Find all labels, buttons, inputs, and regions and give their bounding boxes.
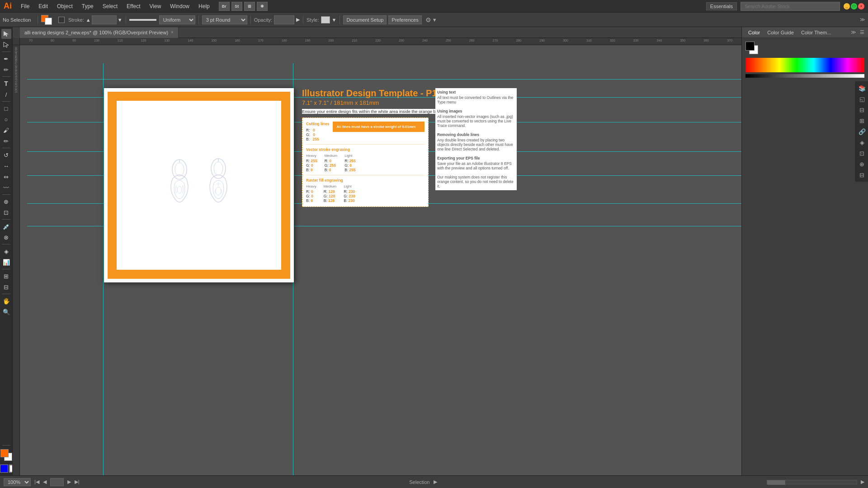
stroke-down-arrow[interactable]: ▼ [118,17,123,23]
extra-arrow[interactable]: ▼ [432,17,437,23]
document-setup-button[interactable]: Document Setup [343,15,387,24]
blue-fill[interactable] [0,465,8,473]
blend-tool[interactable]: ⊗ [1,232,11,242]
stroke-type-select[interactable]: Uniform [159,15,195,24]
color-mode-boxes [0,465,13,473]
opacity-input[interactable]: 100% [274,15,294,24]
hand-tool[interactable]: 🖐 [1,296,11,306]
symbol-tool[interactable]: ◈ [1,246,11,256]
nav-prev[interactable]: ◀ [43,479,47,485]
extra-icon[interactable]: ⚙ [425,16,431,23]
perspective-tool[interactable]: ⊡ [1,207,11,217]
transform-icon[interactable]: ◱ [857,94,867,104]
selection-tool[interactable] [1,29,11,39]
zoom-tool[interactable]: 🔍 [1,307,11,317]
panel-menu-icon[interactable]: ☰ [860,29,864,35]
align-icon[interactable]: ⊟ [857,105,867,115]
template-info-panel: Illustrator Design Template - P1 7.1" x … [302,88,496,207]
tab-close-button[interactable]: × [171,30,174,35]
pencil-tool[interactable]: ✏ [1,136,11,146]
warp-tool[interactable]: 〰 [1,183,11,192]
add-anchor-tool[interactable]: ✏ [1,65,11,75]
page-input[interactable]: 1 [50,478,64,486]
paintbrush-tool[interactable]: 🖌 [1,125,11,135]
pathfinder-icon[interactable]: ⊞ [857,116,867,126]
document-tab[interactable]: alli earing designs 2_new.eps* @ 100% (R… [20,27,179,38]
libraries-icon[interactable]: 📚 [857,83,867,93]
minimize-button[interactable]: _ [844,3,850,9]
color-tab[interactable]: Color [745,30,763,35]
menu-object[interactable]: Object [53,2,76,10]
background-color[interactable] [45,18,52,25]
tab-bar: alli earing designs 2_new.eps* @ 100% (R… [13,27,741,38]
nav-next[interactable]: ▶ [67,479,71,485]
shape-builder-tool[interactable]: ⊕ [1,197,11,206]
h-r-val: 255 [311,159,317,163]
graphic-styles-icon[interactable]: ⊡ [857,148,867,158]
line-tool[interactable]: / [1,89,11,99]
shear-tool[interactable]: ⇔ [1,172,11,182]
menu-type[interactable]: Type [78,2,97,10]
kuler-icon[interactable]: ❋ [257,2,268,11]
menu-file[interactable]: File [17,2,33,10]
gray-ramp[interactable] [745,74,864,78]
type-tool[interactable]: T [1,79,11,89]
guideline-v1 [103,63,104,475]
fg-swatch[interactable] [745,42,755,51]
cutting-g-label: G: [306,132,310,137]
rotate-tool[interactable]: ↺ [1,150,11,160]
scale-tool[interactable]: ↔ [1,161,11,171]
status-arrow[interactable]: ▶ [434,479,437,485]
artboards-icon[interactable]: ⊟ [857,170,867,180]
menu-edit[interactable]: Edit [35,2,52,10]
menu-effect[interactable]: Effect [123,2,144,10]
layout-icon[interactable]: ⊞ [244,2,255,11]
menu-select[interactable]: Select [99,2,121,10]
artboard-tool[interactable]: ⊞ [1,271,11,281]
rect-tool[interactable]: □ [1,103,11,113]
appearance-icon[interactable]: ◈ [857,137,867,147]
menu-view[interactable]: View [146,2,165,10]
maximize-button[interactable]: □ [851,3,857,9]
rf-l-b-val: 230 [349,198,355,203]
pen-tool[interactable]: ✒ [1,54,11,64]
color-spectrum[interactable] [745,58,864,72]
panel-expand-icon[interactable]: ≫ [851,29,856,35]
direct-selection-tool[interactable] [1,40,11,50]
stroke-color[interactable] [58,17,65,23]
search-input[interactable] [741,2,840,11]
style-arrow[interactable]: ▼ [332,17,337,23]
h-b-val: 0 [311,168,313,172]
preferences-button[interactable]: Preferences [388,15,421,24]
panel-toggle[interactable]: ≫ [860,17,865,23]
ellipse-tool[interactable]: ○ [1,114,11,124]
bridge-icon[interactable]: Br [219,2,230,11]
menu-help[interactable]: Help [195,2,213,10]
svg-marker-0 [4,31,9,37]
opacity-arrow[interactable]: ▶ [296,17,300,23]
stroke-up-arrow[interactable]: ▲ [86,17,91,23]
light-col: Light R:255 G:0 B:255 [344,154,356,172]
fg-color-box[interactable] [0,449,9,457]
status-right-arrow[interactable]: ▶ [861,479,864,485]
column-graph-tool[interactable]: 📊 [1,257,11,267]
nav-prev-prev[interactable]: |◀ [34,479,39,485]
layers-icon[interactable]: ⊕ [857,159,867,169]
no-fill[interactable] [9,465,13,473]
h-scrollbar[interactable] [767,480,857,484]
essentials-button[interactable]: Essentials [706,2,737,10]
h-scrollbar-thumb[interactable] [767,480,785,485]
stock-icon[interactable]: St [231,2,242,11]
color-theme-tab[interactable]: Color Them... [798,30,834,35]
stroke-value-input[interactable]: 0.028 pt [92,15,117,24]
color-guide-tab[interactable]: Color Guide [764,30,797,35]
zoom-select[interactable]: 100% [4,478,31,486]
links-icon[interactable]: 🔗 [857,127,867,136]
menu-window[interactable]: Window [166,2,193,10]
slice-tool[interactable]: ⊟ [1,282,11,292]
nav-next-next[interactable]: ▶| [75,479,80,485]
eyedropper-tool[interactable]: 💉 [1,221,11,231]
earring-2-svg [203,156,234,215]
brush-select[interactable]: 3 pt Round [202,15,247,24]
close-button[interactable]: × [858,3,864,9]
